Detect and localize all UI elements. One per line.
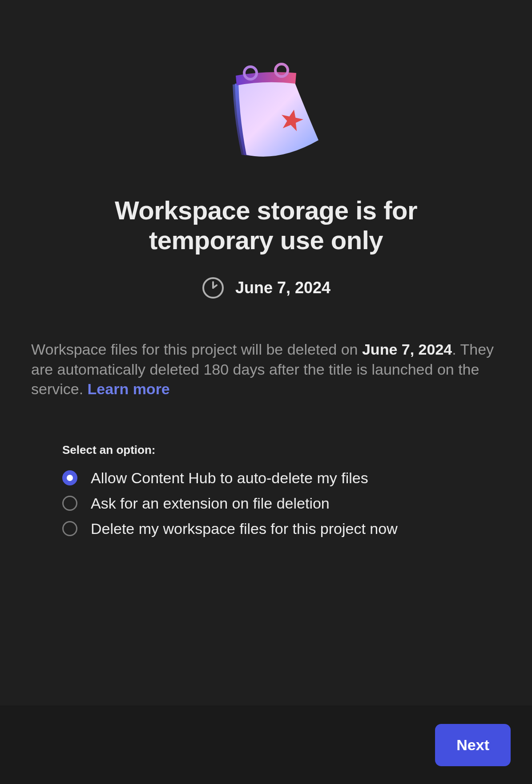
radio-icon: [62, 521, 77, 536]
date-row: June 7, 2024: [202, 276, 330, 299]
option-extension[interactable]: Ask for an extension on file deletion: [62, 495, 501, 512]
learn-more-link[interactable]: Learn more: [88, 380, 170, 397]
next-button[interactable]: Next: [435, 724, 511, 766]
option-label: Ask for an extension on file deletion: [91, 495, 330, 512]
calendar-icon: [204, 53, 328, 178]
option-delete-now[interactable]: Delete my workspace files for this proje…: [62, 520, 501, 537]
description-prefix: Workspace files for this project will be…: [31, 341, 362, 358]
option-label: Allow Content Hub to auto-delete my file…: [91, 469, 368, 487]
options-label: Select an option:: [62, 443, 501, 457]
option-auto-delete[interactable]: Allow Content Hub to auto-delete my file…: [62, 469, 501, 487]
dialog-title: Workspace storage is for temporary use o…: [66, 196, 466, 255]
description-date: June 7, 2024: [362, 341, 452, 358]
dialog-content: Workspace storage is for temporary use o…: [0, 0, 532, 706]
dialog-footer: Next: [0, 706, 532, 784]
radio-icon: [62, 470, 77, 485]
description-text: Workspace files for this project will be…: [31, 339, 501, 399]
radio-icon: [62, 496, 77, 511]
date-text: June 7, 2024: [235, 279, 330, 297]
option-label: Delete my workspace files for this proje…: [91, 520, 398, 537]
options-group: Select an option: Allow Content Hub to a…: [31, 443, 501, 546]
clock-icon: [202, 276, 225, 299]
